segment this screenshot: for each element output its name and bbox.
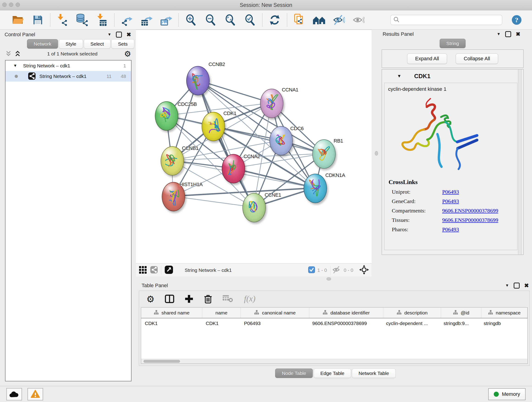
expand-all-networks-icon[interactable] bbox=[15, 51, 21, 57]
table-options-gear-icon[interactable]: ⚙ bbox=[146, 294, 155, 304]
network-options-gear-icon[interactable]: ⚙ bbox=[124, 50, 131, 58]
network-node-cdc6[interactable] bbox=[269, 126, 293, 155]
network-node-ccne1[interactable] bbox=[242, 193, 266, 222]
control-panel-close-icon[interactable]: ✖ bbox=[127, 32, 131, 38]
selected-checkbox-icon[interactable] bbox=[308, 266, 315, 274]
tab-network-table[interactable]: Network Table bbox=[352, 369, 396, 378]
table-panel-float-icon[interactable]: ▼ bbox=[505, 283, 509, 288]
export-network-button[interactable] bbox=[120, 13, 133, 27]
right-splitter[interactable] bbox=[372, 30, 381, 277]
save-session-button[interactable] bbox=[31, 13, 44, 27]
crosslink-link[interactable]: 9606.ENSP00000378699 bbox=[442, 217, 498, 223]
crosslink-link[interactable]: P06493 bbox=[442, 198, 459, 204]
protein-ribbon-thumb bbox=[308, 179, 322, 197]
collapse-all-networks-icon[interactable] bbox=[6, 51, 12, 57]
collection-collapse-icon[interactable]: ▼ bbox=[13, 64, 17, 68]
crosslink-link[interactable]: P06493 bbox=[442, 189, 459, 195]
column-header-description[interactable]: description bbox=[383, 307, 441, 318]
node-table[interactable]: shared namenamecanonical namedatabase id… bbox=[141, 307, 528, 364]
search-input[interactable] bbox=[401, 17, 499, 23]
column-header-namespace[interactable]: namespace bbox=[481, 307, 527, 318]
results-panel-maximize-icon[interactable] bbox=[505, 31, 511, 37]
network-collection-row[interactable]: ▼ String Network – cdk1 1 bbox=[6, 61, 131, 71]
results-scrollbar[interactable] bbox=[518, 70, 521, 255]
network-node-rb1[interactable] bbox=[312, 139, 336, 169]
network-node-ccna1[interactable] bbox=[260, 89, 283, 118]
network-badge-icon bbox=[150, 266, 158, 274]
tab-node-table[interactable]: Node Table bbox=[275, 369, 313, 378]
network-node-count: 11 bbox=[107, 74, 112, 79]
tab-string[interactable]: String bbox=[440, 39, 466, 48]
column-header-database-identifier[interactable]: database identifier bbox=[309, 307, 383, 318]
control-panel-float-icon[interactable]: ▼ bbox=[108, 32, 111, 37]
network-node-ccnb2[interactable] bbox=[186, 66, 210, 95]
search-box[interactable] bbox=[390, 15, 502, 25]
apply-layout-button[interactable] bbox=[268, 13, 281, 27]
zoom-fit-button[interactable] bbox=[224, 13, 237, 27]
control-panel-maximize-icon[interactable] bbox=[116, 32, 122, 38]
grid-view-icon[interactable] bbox=[139, 266, 147, 274]
tab-select[interactable]: Select bbox=[84, 39, 110, 49]
tab-style[interactable]: Style bbox=[59, 39, 83, 49]
export-table-button[interactable] bbox=[140, 13, 153, 27]
export-image-button[interactable] bbox=[159, 13, 173, 27]
show-all-button[interactable] bbox=[352, 13, 365, 27]
table-row[interactable]: CDK1CDK1P064939606.ENSP00000378699cyclin… bbox=[141, 318, 527, 328]
crosslink-row: Tissues:9606.ENSP00000378699 bbox=[389, 217, 517, 223]
network-node-cdkn1a[interactable] bbox=[304, 174, 327, 203]
scrollbar-thumb[interactable] bbox=[143, 360, 180, 363]
crosslink-label: Uniprot: bbox=[389, 189, 442, 195]
results-panel-float-icon[interactable]: ▼ bbox=[497, 32, 500, 36]
column-header-shared-name[interactable]: shared name bbox=[141, 307, 202, 318]
tab-network[interactable]: Network bbox=[27, 39, 58, 49]
horizontal-splitter[interactable] bbox=[136, 277, 532, 281]
gene-accordion-header[interactable]: ▼ CDK1 bbox=[382, 70, 523, 83]
column-header-name[interactable]: name bbox=[202, 307, 241, 318]
birds-eye-view-icon[interactable] bbox=[165, 265, 173, 275]
network-canvas[interactable]: CCNB2CCNA1CDC25BCDK1CDC6RB1CCNB1CCNA2CDK… bbox=[136, 30, 372, 263]
node-label-ccnb2: CCNB2 bbox=[209, 61, 225, 67]
expand-all-button[interactable]: Expand All bbox=[407, 53, 447, 64]
network-list: ▼ String Network – cdk1 1 String Network… bbox=[5, 60, 132, 381]
network-node-cdk1[interactable] bbox=[202, 112, 225, 141]
tab-sets[interactable]: Sets bbox=[111, 39, 134, 49]
first-neighbors-button[interactable] bbox=[312, 13, 326, 27]
results-panel-close-icon[interactable]: ✖ bbox=[516, 31, 520, 37]
warnings-button[interactable] bbox=[27, 388, 43, 400]
zoom-selected-button[interactable] bbox=[243, 13, 257, 27]
network-node-ccna2[interactable] bbox=[222, 154, 245, 183]
network-from-selection-button[interactable] bbox=[293, 13, 306, 27]
network-row[interactable]: String Network – cdk1 11 48 bbox=[6, 71, 131, 82]
import-network-database-button[interactable] bbox=[76, 13, 89, 27]
hide-selected-button[interactable] bbox=[332, 13, 346, 27]
table-horizontal-scrollbar[interactable] bbox=[141, 359, 527, 364]
memory-button[interactable]: Memory bbox=[488, 388, 526, 400]
crosshair-move-icon[interactable] bbox=[359, 265, 369, 275]
gene-collapse-icon[interactable]: ▼ bbox=[397, 74, 401, 79]
table-panel-maximize-icon[interactable] bbox=[514, 283, 520, 288]
open-session-button[interactable] bbox=[12, 13, 25, 27]
crosslink-label: Tissues: bbox=[389, 217, 442, 223]
left-splitter[interactable] bbox=[134, 30, 136, 386]
results-panel: Results Panel ▼ ✖ String Expand All Co bbox=[381, 30, 526, 277]
network-node-ccnb1[interactable] bbox=[161, 146, 184, 176]
column-header-id[interactable]: @id bbox=[441, 307, 481, 318]
tab-edge-table[interactable]: Edge Table bbox=[314, 369, 351, 378]
cloud-button[interactable] bbox=[6, 388, 22, 400]
node-label-ccna1: CCNA1 bbox=[282, 87, 298, 93]
network-selection-status: 1 of 1 Network selected bbox=[47, 51, 97, 57]
import-table-button[interactable] bbox=[95, 13, 109, 27]
crosslink-link[interactable]: 9606.ENSP00000378699 bbox=[442, 208, 498, 214]
import-network-button[interactable] bbox=[56, 13, 69, 27]
collapse-all-button[interactable]: Collapse All bbox=[456, 53, 498, 64]
zoom-out-button[interactable] bbox=[204, 13, 217, 27]
crosslink-link[interactable]: P06493 bbox=[442, 226, 459, 233]
column-header-canonical-name[interactable]: canonical name bbox=[241, 307, 309, 318]
zoom-in-button[interactable] bbox=[184, 13, 197, 27]
delete-column-icon[interactable] bbox=[204, 294, 212, 304]
network-node-cdc25b[interactable] bbox=[155, 101, 178, 131]
help-button[interactable]: ? bbox=[510, 13, 523, 27]
table-panel-close-icon[interactable]: ✖ bbox=[524, 282, 529, 289]
show-columns-icon[interactable] bbox=[165, 294, 174, 304]
add-column-icon[interactable] bbox=[184, 294, 194, 304]
